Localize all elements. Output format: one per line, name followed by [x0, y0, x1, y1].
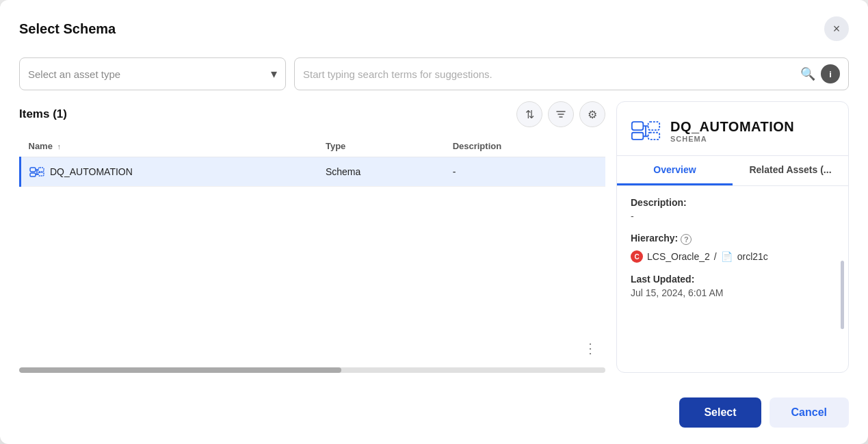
- scrollbar-thumb: [19, 367, 341, 373]
- svg-rect-8: [632, 133, 644, 140]
- search-bar: 🔍 i: [294, 57, 849, 90]
- hierarchy-label: Hierarchy:: [631, 233, 678, 244]
- three-dots-menu[interactable]: ⋮: [19, 335, 605, 362]
- last-updated-value: Jul 15, 2024, 6:01 AM: [631, 287, 834, 298]
- row-schema-icon: [29, 164, 44, 179]
- list-header: Items (1) ⇅ ⚙: [19, 101, 605, 127]
- asset-type-dropdown[interactable]: Select an asset type ▾: [19, 57, 286, 90]
- dialog-footer: Select Cancel: [19, 389, 849, 428]
- list-title: Items (1): [19, 107, 67, 121]
- hierarchy-db-name: orcl21c: [737, 251, 768, 262]
- detail-body: Description: - Hierarchy: ? C LCS_Oracle…: [617, 186, 848, 372]
- svg-rect-9: [648, 122, 660, 130]
- hierarchy-section: Hierarchy: ? C LCS_Oracle_2 / 📄 orcl21c: [631, 233, 834, 263]
- hierarchy-row: C LCS_Oracle_2 / 📄 orcl21c: [631, 250, 834, 263]
- row-name-text: DQ_AUTOMATION: [50, 166, 133, 177]
- hierarchy-help-icon[interactable]: ?: [681, 234, 692, 245]
- detail-asset-icon: [631, 116, 661, 146]
- search-input[interactable]: [303, 68, 795, 80]
- svg-rect-2: [38, 168, 44, 172]
- tab-related-assets[interactable]: Related Assets (...: [733, 156, 848, 185]
- items-table: Name ↑ Type Description: [19, 135, 605, 187]
- asset-type-placeholder: Select an asset type: [28, 68, 120, 80]
- content-area: Items (1) ⇅ ⚙ Name ↑: [19, 101, 849, 373]
- table-header-row: Name ↑ Type Description: [21, 135, 606, 157]
- settings-button[interactable]: ⚙: [579, 101, 605, 127]
- col-name: Name ↑: [21, 135, 317, 157]
- cell-name: DQ_AUTOMATION: [21, 157, 317, 187]
- col-type: Type: [317, 135, 445, 157]
- detail-header: DQ_AUTOMATION SCHEMA: [617, 102, 848, 156]
- sort-button[interactable]: ⇅: [516, 101, 542, 127]
- svg-rect-7: [632, 122, 644, 130]
- dialog-header: Select Schema ×: [19, 16, 849, 41]
- col-name-label: Name: [29, 141, 53, 151]
- svg-rect-0: [30, 168, 36, 172]
- cell-type: Schema: [317, 157, 445, 187]
- description-value: -: [631, 211, 834, 222]
- last-updated-label: Last Updated:: [631, 274, 834, 285]
- filter-button[interactable]: [548, 101, 574, 127]
- detail-vertical-scrollbar[interactable]: [841, 261, 844, 329]
- toolbar-row: Select an asset type ▾ 🔍 i: [19, 57, 849, 90]
- sort-up-icon: ↑: [57, 142, 62, 151]
- chevron-down-icon: ▾: [271, 66, 277, 81]
- tab-overview[interactable]: Overview: [617, 156, 733, 185]
- select-button[interactable]: Select: [679, 397, 761, 428]
- close-button[interactable]: ×: [824, 16, 849, 41]
- db-icon: 📄: [721, 250, 733, 263]
- cell-description: -: [445, 157, 605, 187]
- dialog-title: Select Schema: [19, 21, 116, 37]
- oracle-icon: C: [631, 250, 643, 263]
- col-description: Description: [445, 135, 605, 157]
- description-label: Description:: [631, 197, 834, 208]
- svg-rect-1: [30, 173, 36, 177]
- svg-rect-6: [38, 172, 44, 176]
- list-actions: ⇅ ⚙: [516, 101, 605, 127]
- info-icon[interactable]: i: [821, 64, 840, 83]
- search-icon: 🔍: [800, 66, 815, 81]
- svg-rect-13: [648, 133, 660, 140]
- hierarchy-oracle-name: LCS_Oracle_2: [647, 251, 710, 262]
- horizontal-scrollbar[interactable]: [19, 367, 605, 373]
- detail-panel: DQ_AUTOMATION SCHEMA Overview Related As…: [616, 101, 849, 373]
- select-schema-dialog: Select Schema × Select an asset type ▾ 🔍…: [0, 0, 868, 444]
- list-panel: Items (1) ⇅ ⚙ Name ↑: [19, 101, 605, 373]
- detail-asset-type: SCHEMA: [670, 135, 794, 143]
- detail-asset-name: DQ_AUTOMATION: [670, 119, 794, 135]
- detail-tabs: Overview Related Assets (...: [617, 156, 848, 186]
- table-row[interactable]: DQ_AUTOMATION Schema -: [21, 157, 606, 187]
- cancel-button[interactable]: Cancel: [770, 397, 849, 428]
- hierarchy-separator: /: [714, 251, 717, 262]
- detail-title-block: DQ_AUTOMATION SCHEMA: [670, 119, 794, 143]
